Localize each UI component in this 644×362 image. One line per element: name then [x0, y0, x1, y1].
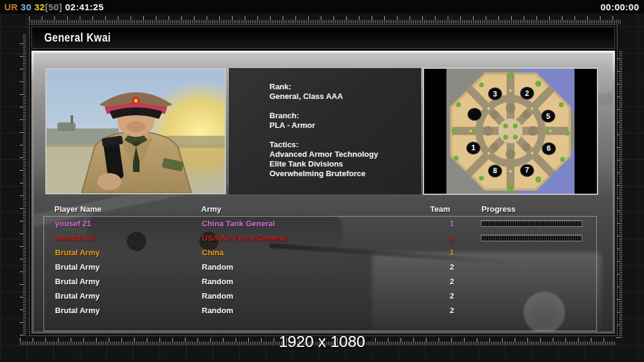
- column-army: Army: [201, 205, 221, 214]
- tactics-label: Tactics:: [269, 140, 414, 150]
- ur-label: UR: [4, 2, 18, 12]
- loading-screen-panel: General Kwai: [29, 24, 617, 336]
- map-terrain: [446, 69, 575, 194]
- table-row: mostafa elUSA Air Force General1: [44, 231, 596, 246]
- player-name-cell: Brutal Army: [55, 291, 100, 300]
- progress-bar: [481, 235, 582, 241]
- ruler-top: [29, 16, 621, 24]
- rank-label: Rank:: [269, 82, 414, 92]
- map-start-position: 8: [488, 165, 502, 177]
- status-left: UR 30 32[50] 02:41:25: [0, 2, 104, 12]
- map-image: 3251687: [446, 69, 575, 194]
- map-start-position: 6: [542, 142, 556, 155]
- team-cell: 1: [440, 219, 464, 228]
- map-start-position: 7: [520, 164, 534, 177]
- column-team: Team: [430, 205, 450, 214]
- general-portrait-image: [47, 69, 225, 193]
- team-cell: 2: [440, 306, 464, 315]
- ruler-left: [20, 34, 26, 335]
- title-bar: General Kwai: [31, 27, 615, 49]
- map-start-position: [468, 108, 481, 121]
- army-cell: USA Air Force General: [202, 233, 286, 243]
- match-timer: 00:00:00: [601, 2, 644, 12]
- page-title: General Kwai: [32, 31, 111, 45]
- branch-label: Branch:: [269, 111, 414, 121]
- map-preview: 3251687: [423, 68, 598, 195]
- map-start-position: 1: [466, 142, 480, 154]
- army-cell: Random: [202, 277, 233, 286]
- player-table: yousef 21China Tank General1mostafa elUS…: [43, 216, 597, 331]
- tactic-item: Overwhelming Bruteforce: [269, 169, 414, 179]
- tactic-item: Advanced Armor Technology: [269, 150, 414, 159]
- map-start-position: 5: [541, 110, 555, 122]
- content-area: Rank: General, Class AAA Branch: PLA - A…: [34, 53, 613, 331]
- army-cell: China: [202, 248, 224, 257]
- table-row: Brutal ArmyRandom2: [44, 303, 596, 318]
- general-portrait: [45, 68, 226, 194]
- team-cell: 2: [440, 291, 464, 300]
- fps-value: 30: [21, 2, 31, 12]
- column-progress: Progress: [481, 205, 515, 214]
- team-cell: 1: [440, 233, 464, 243]
- table-header: Player Name Army Team Progress: [34, 205, 613, 215]
- team-cell: 2: [440, 262, 464, 272]
- rank-value: General, Class AAA: [269, 92, 414, 101]
- resolution-caption: 1920 x 1080: [0, 332, 644, 351]
- team-cell: 1: [440, 248, 464, 257]
- player-name-cell: Brutal Army: [55, 262, 100, 272]
- map-start-position: 2: [520, 87, 534, 100]
- table-row: yousef 21China Tank General1: [44, 217, 596, 231]
- status-bar: UR 30 32[50] 02:41:25 00:00:00: [0, 0, 644, 14]
- map-start-position: 3: [488, 87, 502, 100]
- team-cell: 2: [440, 277, 464, 286]
- progress-bar: [481, 220, 582, 227]
- army-cell: Random: [202, 306, 233, 315]
- column-player-name: Player Name: [54, 205, 101, 214]
- player-name-cell: Brutal Army: [55, 306, 100, 315]
- player-name-cell: Brutal Army: [55, 277, 100, 286]
- player-name-cell: mostafa el: [55, 233, 94, 243]
- table-row: Brutal ArmyRandom2: [44, 289, 596, 303]
- player-name-cell: Brutal Army: [55, 248, 100, 257]
- army-cell: Random: [202, 291, 233, 300]
- army-cell: Random: [202, 262, 233, 272]
- table-row: Brutal ArmyRandom2: [44, 260, 596, 275]
- branch-value: PLA - Armor: [269, 121, 414, 130]
- content-bezel: Rank: General, Class AAA Branch: PLA - A…: [31, 51, 615, 334]
- player-name-cell: yousef 21: [55, 219, 91, 228]
- table-row: Brutal ArmyChina1: [44, 246, 596, 260]
- tactic-item: Elite Tank Divisions: [269, 159, 414, 169]
- cap-value: 32: [34, 2, 45, 12]
- bracket-value: [50]: [45, 2, 62, 12]
- general-info-panel: Rank: General, Class AAA Branch: PLA - A…: [229, 68, 421, 194]
- table-row: Brutal ArmyRandom2: [44, 275, 596, 289]
- elapsed-time: 02:41:25: [65, 2, 104, 12]
- army-cell: China Tank General: [202, 219, 275, 228]
